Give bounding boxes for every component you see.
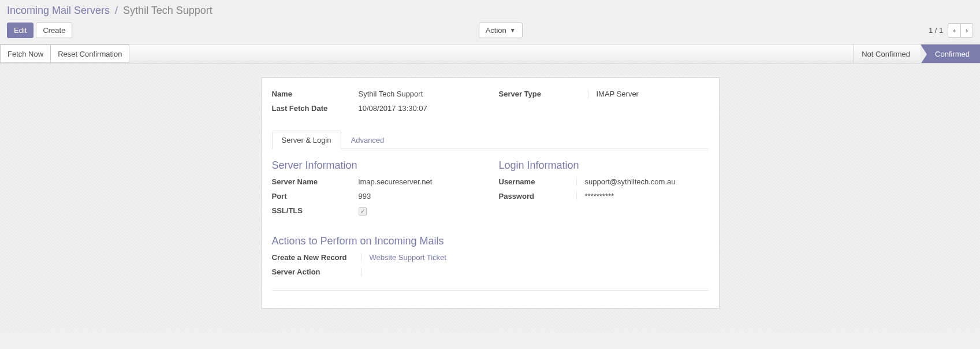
breadcrumb-separator: / bbox=[115, 5, 118, 16]
server-name-value: imap.secureserver.net bbox=[359, 177, 482, 186]
status-step-confirmed[interactable]: Confirmed bbox=[921, 44, 980, 63]
ssl-tls-label: SSL/TLS bbox=[272, 206, 359, 215]
pager-next-button[interactable]: › bbox=[960, 23, 973, 38]
server-type-label: Server Type bbox=[499, 90, 586, 98]
tab-advanced[interactable]: Advanced bbox=[341, 131, 394, 149]
pager-text: 1 / 1 bbox=[929, 26, 943, 35]
server-type-value: IMAP Server bbox=[591, 90, 709, 98]
edit-button[interactable]: Edit bbox=[7, 23, 33, 38]
breadcrumb-current: Sythil Tech Support bbox=[123, 5, 213, 16]
pager-prev-button[interactable]: ‹ bbox=[948, 23, 960, 38]
create-record-label: Create a New Record bbox=[272, 253, 359, 262]
status-step-not-confirmed[interactable]: Not Confirmed bbox=[853, 44, 921, 63]
login-info-heading: Login Information bbox=[499, 159, 709, 172]
last-fetch-label: Last Fetch Date bbox=[272, 104, 359, 113]
actions-heading: Actions to Perform on Incoming Mails bbox=[272, 235, 709, 247]
create-button[interactable]: Create bbox=[36, 23, 72, 38]
port-label: Port bbox=[272, 192, 359, 201]
fetch-now-button[interactable]: Fetch Now bbox=[0, 44, 51, 63]
field-divider bbox=[588, 90, 588, 98]
checkbox-checked-icon: ✓ bbox=[359, 207, 367, 216]
action-dropdown[interactable]: Action ▼ bbox=[479, 23, 523, 38]
field-divider bbox=[576, 177, 577, 186]
breadcrumb: Incoming Mail Servers / Sythil Tech Supp… bbox=[7, 5, 973, 17]
form-sheet: Name Sythil Tech Support Last Fetch Date… bbox=[261, 77, 720, 309]
create-record-value[interactable]: Website Support Ticket bbox=[364, 253, 490, 262]
reset-confirmation-button[interactable]: Reset Confirmation bbox=[51, 44, 129, 63]
server-name-label: Server Name bbox=[272, 177, 359, 186]
ssl-tls-value: ✓ bbox=[359, 206, 482, 216]
chevron-right-icon: › bbox=[966, 26, 968, 35]
chevron-left-icon: ‹ bbox=[953, 26, 955, 35]
name-label: Name bbox=[272, 90, 359, 98]
port-value: 993 bbox=[359, 192, 482, 201]
server-action-label: Server Action bbox=[272, 268, 359, 276]
tab-server-login[interactable]: Server & Login bbox=[272, 131, 341, 149]
breadcrumb-parent[interactable]: Incoming Mail Servers bbox=[7, 5, 110, 16]
last-fetch-value: 10/08/2017 13:30:07 bbox=[359, 104, 482, 113]
status-bar: Fetch Now Reset Confirmation Not Confirm… bbox=[0, 44, 980, 64]
caret-down-icon: ▼ bbox=[510, 27, 516, 34]
action-label: Action bbox=[486, 26, 506, 35]
field-divider bbox=[576, 192, 577, 201]
password-label: Password bbox=[499, 192, 574, 201]
password-value: ********** bbox=[579, 192, 709, 201]
field-divider bbox=[361, 253, 362, 262]
username-value: support@sythiltech.com.au bbox=[579, 177, 709, 186]
server-info-heading: Server Information bbox=[272, 159, 482, 172]
bottom-divider bbox=[272, 290, 709, 291]
tabs: Server & Login Advanced bbox=[272, 130, 709, 149]
field-divider bbox=[361, 268, 362, 276]
username-label: Username bbox=[499, 177, 574, 186]
name-value: Sythil Tech Support bbox=[359, 90, 482, 98]
